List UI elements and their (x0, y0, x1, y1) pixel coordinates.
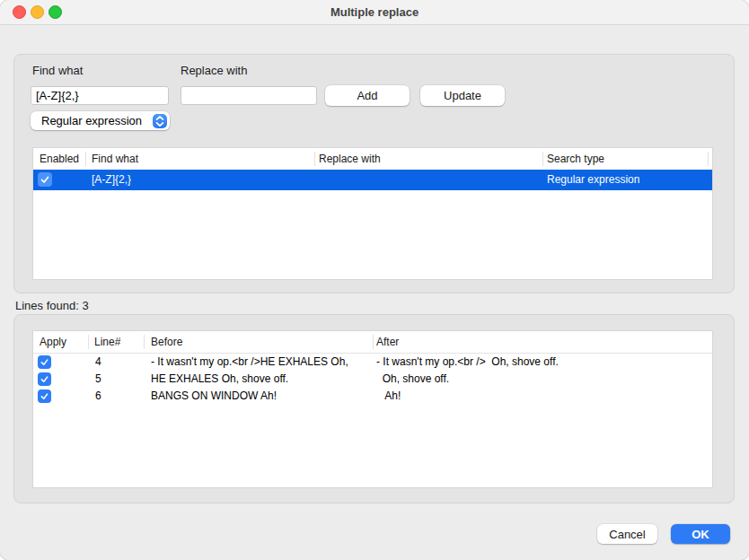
line-number: 6 (95, 388, 101, 405)
column-divider (85, 152, 86, 166)
before-text: BANGS ON WINDOW Ah! (151, 388, 372, 405)
column-header-line[interactable]: Line# (94, 331, 120, 353)
column-divider (144, 335, 145, 349)
column-header-enabled[interactable]: Enabled (40, 148, 79, 170)
results-table: Apply Line# Before After 4 - It wasn't m… (32, 330, 713, 488)
window-title: Multiple replace (0, 0, 749, 25)
table-row[interactable]: 5 HE EXHALES Oh, shove off. Oh, shove of… (33, 371, 712, 388)
table-row[interactable]: 4 - It wasn't my op.<br />HE EXHALES Oh,… (33, 354, 712, 371)
column-header-apply[interactable]: Apply (40, 331, 66, 353)
replace-with-label: Replace with (181, 64, 247, 77)
rule-search-type-value: Regular expression (547, 170, 639, 190)
table-row[interactable]: 6 BANGS ON WINDOW Ah! Ah! (33, 388, 712, 405)
after-text: - It wasn't my op.<br /> Oh, shove off. (376, 354, 709, 371)
replace-with-input[interactable] (181, 86, 317, 105)
column-divider (373, 335, 374, 349)
title-bar: Multiple replace (0, 0, 749, 25)
column-divider (542, 152, 543, 166)
search-type-dropdown[interactable]: Regular expression (31, 111, 170, 130)
find-what-label: Find what (32, 64, 83, 77)
find-what-input[interactable] (31, 86, 169, 105)
column-divider (708, 152, 709, 166)
results-groupbox: Apply Line# Before After 4 - It wasn't m… (13, 314, 735, 503)
column-header-search-type[interactable]: Search type (547, 148, 604, 170)
before-text: HE EXHALES Oh, shove off. (151, 371, 372, 388)
ok-button[interactable]: OK (671, 524, 730, 544)
rules-table-header: Enabled Find what Replace with Search ty… (33, 148, 712, 171)
lines-found-label: Lines found: 3 (15, 299, 89, 312)
add-button[interactable]: Add (325, 85, 410, 106)
column-header-before[interactable]: Before (151, 331, 182, 353)
column-divider (314, 152, 315, 166)
line-number: 5 (95, 371, 101, 388)
column-header-replace-with[interactable]: Replace with (319, 148, 381, 170)
update-button[interactable]: Update (420, 85, 505, 106)
enabled-checkbox[interactable] (38, 172, 52, 187)
apply-checkbox[interactable] (38, 355, 51, 369)
apply-checkbox[interactable] (38, 389, 51, 403)
cancel-button[interactable]: Cancel (597, 524, 657, 544)
results-table-header: Apply Line# Before After (33, 331, 712, 354)
column-header-after[interactable]: After (376, 331, 399, 353)
line-number: 4 (95, 354, 101, 371)
chevron-up-down-icon (153, 114, 167, 128)
search-rules-groupbox: Find what Replace with Add Update Regula… (13, 54, 735, 293)
apply-checkbox[interactable] (38, 372, 51, 386)
column-divider (88, 335, 89, 349)
after-text: Oh, shove off. (376, 371, 709, 388)
after-text: Ah! (376, 388, 709, 405)
before-text: - It wasn't my op.<br />HE EXHALES Oh, (151, 354, 372, 371)
rules-table: Enabled Find what Replace with Search ty… (32, 147, 713, 280)
multiple-replace-dialog: Multiple replace Find what Replace with … (0, 0, 749, 560)
column-header-find-what[interactable]: Find what (92, 148, 138, 170)
table-row[interactable]: [A-Z]{2,} Regular expression (33, 170, 712, 190)
search-type-dropdown-value: Regular expression (41, 111, 142, 130)
rule-find-value: [A-Z]{2,} (92, 170, 131, 190)
